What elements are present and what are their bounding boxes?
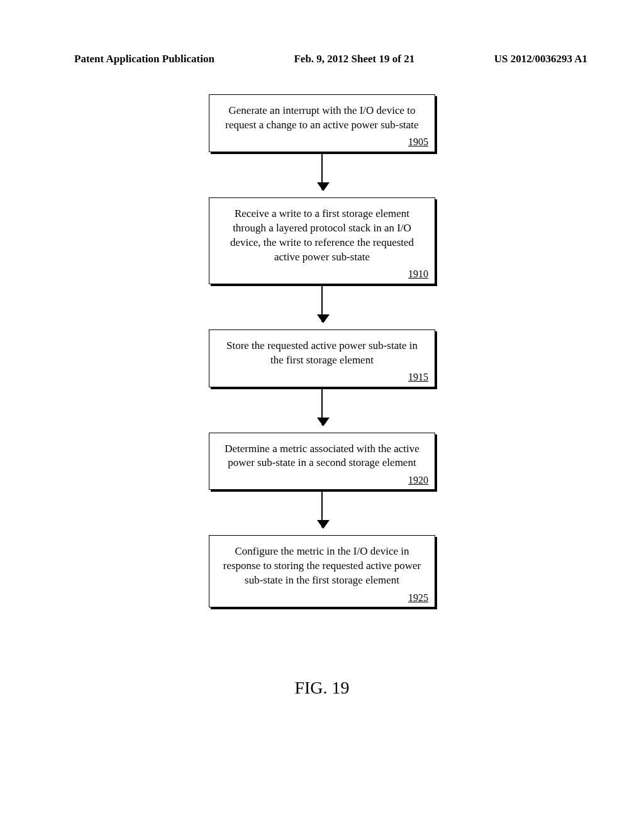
figure-label: FIG. 19 <box>0 678 644 698</box>
flow-step-text: Configure the metric in the I/O device i… <box>223 545 421 586</box>
arrow-down-icon <box>321 490 323 528</box>
arrow-down-icon <box>321 387 323 425</box>
header-center: Feb. 9, 2012 Sheet 19 of 21 <box>294 53 414 65</box>
flow-step-ref: 1920 <box>408 473 428 487</box>
flow-step-1905: Generate an interrupt with the I/O devic… <box>209 94 435 152</box>
flow-step-1920: Determine a metric associated with the a… <box>209 433 435 490</box>
flow-step-1915: Store the requested active power sub-sta… <box>209 329 435 387</box>
flow-step-ref: 1905 <box>408 135 428 149</box>
header-left: Patent Application Publication <box>74 53 214 65</box>
flow-step-1910: Receive a write to a first storage eleme… <box>209 197 435 284</box>
arrow-down-icon <box>321 152 323 190</box>
flow-step-text: Generate an interrupt with the I/O devic… <box>225 104 418 131</box>
flow-step-ref: 1915 <box>408 370 428 384</box>
flow-step-text: Receive a write to a first storage eleme… <box>230 208 414 263</box>
flow-step-text: Determine a metric associated with the a… <box>225 443 419 469</box>
flow-step-ref: 1925 <box>408 591 428 605</box>
flow-step-text: Store the requested active power sub-sta… <box>226 340 418 366</box>
patent-page: Patent Application Publication Feb. 9, 2… <box>0 0 644 830</box>
flow-step-1925: Configure the metric in the I/O device i… <box>209 535 435 607</box>
arrow-down-icon <box>321 284 323 322</box>
flowchart: Generate an interrupt with the I/O devic… <box>0 94 644 607</box>
header-right: US 2012/0036293 A1 <box>494 53 587 65</box>
page-header: Patent Application Publication Feb. 9, 2… <box>74 53 587 65</box>
flow-step-ref: 1910 <box>408 267 428 281</box>
